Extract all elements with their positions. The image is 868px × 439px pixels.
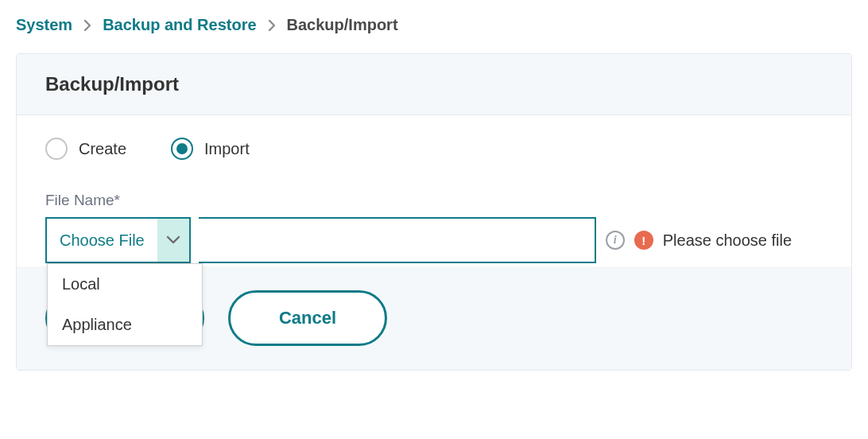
radio-import[interactable]: Import bbox=[171, 138, 250, 160]
chevron-right-icon bbox=[83, 19, 91, 32]
mode-radio-group: Create Import bbox=[45, 138, 823, 160]
file-name-label: File Name* bbox=[45, 192, 823, 209]
breadcrumb: System Backup and Restore Backup/Import bbox=[16, 16, 852, 34]
file-row: Choose File Local Appliance i ! Please c… bbox=[45, 217, 823, 263]
backup-import-panel: Backup/Import Create Import File Name* C… bbox=[16, 53, 852, 371]
info-icon[interactable]: i bbox=[606, 231, 625, 250]
dropdown-option-local[interactable]: Local bbox=[48, 264, 202, 305]
dropdown-option-appliance[interactable]: Appliance bbox=[48, 305, 202, 345]
radio-import-label: Import bbox=[204, 140, 250, 158]
file-name-input[interactable] bbox=[199, 217, 596, 263]
breadcrumb-current: Backup/Import bbox=[287, 16, 398, 34]
choose-file-button[interactable]: Choose File bbox=[45, 217, 191, 263]
breadcrumb-system[interactable]: System bbox=[16, 16, 72, 34]
radio-create-label: Create bbox=[79, 140, 126, 158]
error-message: Please choose file bbox=[663, 231, 792, 250]
panel-body: Create Import File Name* Choose File Loc… bbox=[17, 115, 851, 266]
radio-create[interactable]: Create bbox=[45, 138, 126, 160]
panel-title: Backup/Import bbox=[17, 54, 851, 115]
chevron-down-icon bbox=[157, 219, 189, 262]
choose-file-label: Choose File bbox=[47, 231, 157, 250]
choose-file-wrapper: Choose File Local Appliance bbox=[45, 217, 191, 263]
radio-icon bbox=[45, 138, 68, 160]
error-icon: ! bbox=[634, 231, 653, 250]
breadcrumb-backup-restore[interactable]: Backup and Restore bbox=[103, 16, 256, 34]
chevron-right-icon bbox=[268, 19, 276, 32]
radio-icon bbox=[171, 138, 193, 160]
choose-file-dropdown: Local Appliance bbox=[47, 263, 203, 346]
cancel-button[interactable]: Cancel bbox=[228, 290, 387, 346]
